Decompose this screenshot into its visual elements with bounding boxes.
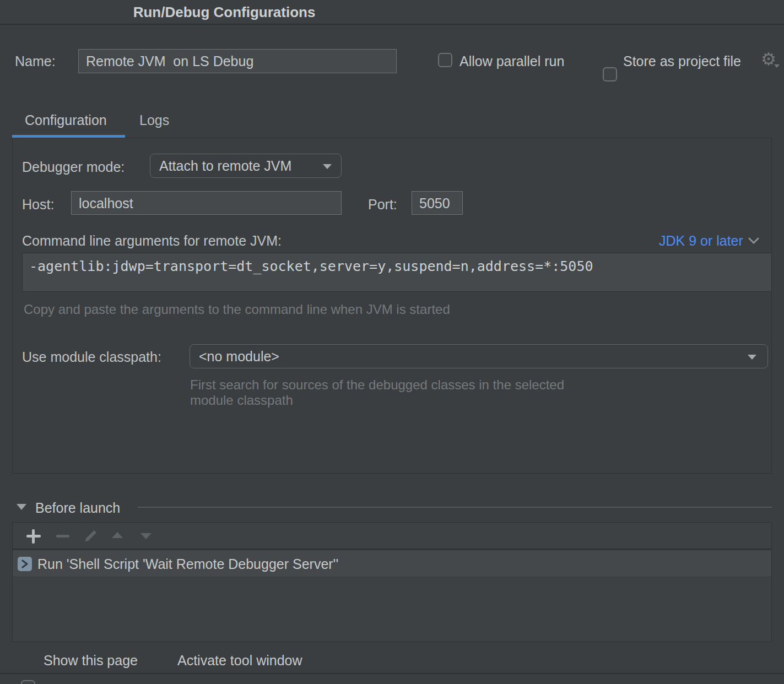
host-label: Host: — [22, 197, 54, 213]
module-classpath-label: Use module classpath: — [22, 349, 161, 365]
run-shell-script-icon — [18, 557, 32, 571]
store-as-project-file-checkbox[interactable] — [603, 67, 617, 82]
port-label: Port: — [368, 197, 397, 213]
before-launch-toolbar — [13, 523, 771, 550]
tab-configuration[interactable]: Configuration — [25, 112, 107, 128]
section-divider — [138, 507, 772, 508]
before-launch-task-row[interactable]: Run 'Shell Script 'Wait Remote Debugger … — [13, 551, 771, 577]
host-input[interactable]: localhost — [71, 191, 342, 215]
module-classpath-dropdown[interactable]: <no module> — [190, 344, 768, 368]
before-launch-panel: Run 'Shell Script 'Wait Remote Debugger … — [12, 522, 772, 642]
gear-dropdown-arrow-icon — [774, 64, 780, 68]
port-input[interactable]: 5050 — [412, 191, 463, 215]
command-line-args-textarea[interactable]: -agentlib:jdwp=transport=dt_socket,serve… — [22, 253, 772, 292]
before-launch-title: Before launch — [35, 500, 120, 516]
chevron-down-icon — [748, 237, 759, 245]
dialog-title: Run/Debug Configurations — [133, 3, 316, 20]
show-this-page-label: Show this page — [44, 653, 138, 669]
allow-parallel-run-label: Allow parallel run — [459, 53, 564, 69]
jdk-version-link[interactable]: JDK 9 or later — [659, 233, 759, 249]
show-this-page-checkbox[interactable] — [21, 680, 35, 684]
command-line-args-value: -agentlib:jdwp=transport=dt_socket,serve… — [29, 258, 593, 274]
jdk-version-link-text: JDK 9 or later — [659, 233, 743, 249]
store-as-project-file-label: Store as project file — [623, 53, 741, 69]
name-input-value: Remote JVM on LS Debug — [86, 50, 253, 73]
move-up-icon[interactable] — [112, 528, 127, 544]
before-launch-collapse-icon[interactable] — [17, 504, 26, 510]
bottom-divider — [0, 673, 784, 674]
dialog-titlebar: Run/Debug Configurations — [0, 0, 784, 25]
before-launch-task-label: Run 'Shell Script 'Wait Remote Debugger … — [37, 551, 338, 577]
debugger-mode-dropdown[interactable]: Attach to remote JVM — [150, 154, 342, 178]
tab-logs[interactable]: Logs — [139, 112, 169, 128]
debugger-mode-value: Attach to remote JVM — [159, 154, 291, 177]
command-line-label: Command line arguments for remote JVM: — [22, 233, 282, 249]
add-icon[interactable] — [26, 528, 41, 544]
chevron-down-icon — [748, 355, 756, 360]
chevron-down-icon — [323, 164, 332, 169]
module-classpath-value: <no module> — [199, 345, 279, 368]
activate-tool-window-label: Activate tool window — [177, 653, 302, 669]
move-down-icon[interactable] — [140, 528, 156, 544]
allow-parallel-run-checkbox[interactable] — [438, 53, 452, 67]
port-input-value: 5050 — [419, 192, 450, 215]
host-input-value: localhost — [79, 192, 133, 215]
command-line-help-text: Copy and paste the arguments to the comm… — [24, 302, 450, 317]
debugger-mode-label: Debugger mode: — [22, 159, 125, 175]
store-options-gear-icon[interactable]: ⚙ — [761, 51, 780, 70]
edit-pencil-icon[interactable] — [83, 528, 99, 544]
module-classpath-help-text: First search for sources of the debugged… — [190, 377, 564, 408]
remove-icon[interactable] — [55, 528, 71, 544]
name-input[interactable]: Remote JVM on LS Debug — [78, 49, 397, 73]
name-label: Name: — [15, 53, 56, 69]
